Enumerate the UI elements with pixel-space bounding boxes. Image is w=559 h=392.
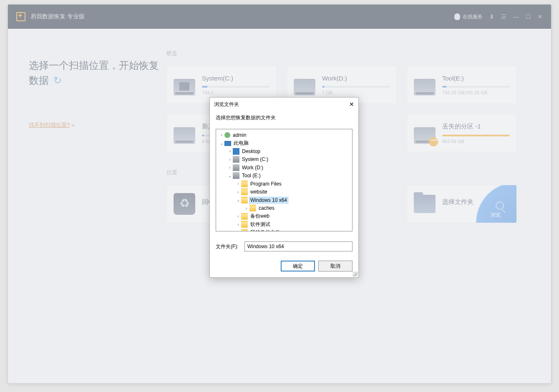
dialog-instruction: 选择您想恢复数据的文件夹 bbox=[216, 114, 353, 121]
tree-item-my-backup[interactable]: ›我的备份文件 bbox=[216, 229, 352, 231]
desktop-icon bbox=[233, 148, 239, 155]
resize-grip[interactable] bbox=[353, 271, 358, 276]
tree-item-this-pc[interactable]: ⌄此电脑 bbox=[216, 139, 352, 148]
folder-tree[interactable]: ›admin ⌄此电脑 ›Desktop ›System (C:) ›Work … bbox=[216, 129, 353, 231]
tree-item-admin[interactable]: ›admin bbox=[216, 131, 352, 139]
dialog-title-text: 浏览文件夹 bbox=[214, 101, 239, 108]
tree-item-website[interactable]: ›website bbox=[216, 188, 352, 196]
tree-item-desktop[interactable]: ›Desktop bbox=[216, 147, 352, 156]
folder-icon bbox=[241, 221, 248, 228]
drive-icon bbox=[233, 164, 239, 171]
folder-icon bbox=[249, 205, 256, 211]
tree-item-caches[interactable]: ›caches bbox=[216, 204, 352, 213]
monitor-icon bbox=[224, 141, 231, 146]
tree-item-software-test[interactable]: ›软件测试 bbox=[216, 221, 352, 229]
tree-item-tool-e[interactable]: ⌄Tool (E:) bbox=[216, 172, 352, 180]
folder-icon bbox=[241, 197, 248, 204]
folder-icon bbox=[241, 181, 248, 187]
folder-input[interactable] bbox=[244, 241, 353, 251]
tree-item-work-d[interactable]: ›Work (D:) bbox=[216, 163, 352, 172]
ok-button[interactable]: 确定 bbox=[281, 261, 315, 271]
dialog-close-button[interactable]: ✕ bbox=[349, 101, 354, 108]
app-window: 易我数据恢复 专业版 在线服务 ⬇ ☰ — ☐ ✕ 选择一个扫描位置，开始恢复数… bbox=[8, 4, 551, 384]
cancel-button[interactable]: 取消 bbox=[318, 261, 353, 271]
tree-item-system-c[interactable]: ›System (C:) bbox=[216, 156, 352, 164]
user-icon bbox=[224, 132, 230, 138]
dialog-titlebar: 浏览文件夹 ✕ bbox=[210, 98, 358, 111]
tree-item-backup-web[interactable]: ›备份web bbox=[216, 212, 352, 221]
folder-icon bbox=[241, 188, 248, 195]
folder-input-label: 文件夹(F): bbox=[216, 243, 239, 250]
folder-icon bbox=[241, 229, 248, 231]
folder-icon bbox=[241, 213, 248, 220]
tree-item-program-files[interactable]: ›Program Files bbox=[216, 180, 352, 188]
drive-icon bbox=[233, 156, 239, 163]
tree-item-windows10x64[interactable]: ⌄Windows 10 x64 bbox=[216, 196, 352, 204]
browse-folder-dialog: 浏览文件夹 ✕ 选择您想恢复数据的文件夹 ›admin ⌄此电脑 ›Deskto… bbox=[209, 97, 359, 278]
drive-icon bbox=[233, 172, 239, 179]
